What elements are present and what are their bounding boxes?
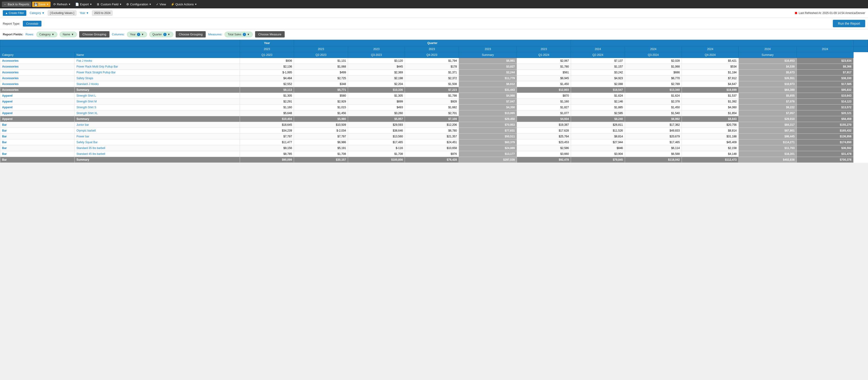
value-cell: $76,428 bbox=[405, 157, 459, 163]
back-button[interactable]: ← Back to Reports bbox=[2, 2, 31, 7]
value-cell: $686 bbox=[625, 70, 682, 75]
choose-measure-button[interactable]: Choose Measure bbox=[255, 31, 285, 37]
value-cell: $29,593 bbox=[348, 122, 405, 128]
category-cell: Bar bbox=[0, 139, 74, 145]
create-filter-button[interactable]: ▲ Create Filter bbox=[3, 10, 26, 16]
configuration-button[interactable]: ⚙ Configuration ▼ bbox=[124, 2, 153, 7]
value-cell: $4,988 bbox=[459, 93, 517, 99]
filter-bar: ▲ Create Filter Category ▼ [ Excluding V… bbox=[0, 8, 868, 18]
value-cell: $16,653 bbox=[739, 58, 797, 64]
custom-field-button[interactable]: 🗎 Custom Field ▼ bbox=[95, 2, 123, 7]
filter-icon: ▲ bbox=[5, 11, 8, 15]
value-cell: $1,305 bbox=[348, 93, 405, 99]
quarter-col-tag[interactable]: Quarter i ▼ bbox=[149, 32, 173, 37]
category-cell: Accessories bbox=[0, 58, 74, 64]
value-cell: $17,628 bbox=[517, 128, 571, 134]
value-cell: $7,917 bbox=[797, 70, 853, 75]
value-cell: $13,177 bbox=[459, 151, 517, 157]
create-filter-label: Create Filter bbox=[9, 11, 24, 15]
category-filter-button[interactable]: Category ▼ bbox=[28, 10, 46, 15]
back-label: Back to Reports bbox=[8, 3, 29, 6]
custom-field-icon: 🗎 bbox=[97, 3, 100, 6]
value-cell: $13,340 bbox=[625, 87, 682, 93]
value-cell: $18,301 bbox=[739, 151, 797, 157]
value-cell: $1,371 bbox=[405, 70, 459, 75]
table-row: ApparelSummary$10,404$5,980$5,957$7,109$… bbox=[0, 116, 868, 122]
name-cell: Strength Shirt XL bbox=[74, 110, 240, 116]
view-icon: ✓ bbox=[156, 3, 159, 6]
category-row-tag[interactable]: Category ▼ bbox=[36, 32, 58, 37]
value-cell: $4,647 bbox=[682, 81, 739, 87]
save-button[interactable]: 💾 Save ▼ bbox=[32, 2, 51, 7]
value-cell: $1,794 bbox=[405, 58, 459, 64]
report-type-bar: Report Type: Crosstab Run the Report bbox=[0, 18, 868, 29]
name-cell: Summary bbox=[74, 116, 240, 122]
refresh-button[interactable]: ⟳ Refresh ▼ bbox=[52, 2, 72, 7]
chevron-down-icon: ▼ bbox=[42, 11, 44, 15]
category-cell: Accessories bbox=[0, 87, 74, 93]
name-cell: Power Rack Multi Grip Pullup Bar bbox=[74, 64, 240, 70]
value-cell: $1,015 bbox=[294, 104, 348, 110]
refresh-label: Refresh bbox=[57, 3, 67, 6]
value-cell: $2,725 bbox=[294, 75, 348, 81]
chevron-down-icon: ▼ bbox=[194, 3, 197, 6]
value-cell: $27,944 bbox=[571, 139, 625, 145]
view-button[interactable]: ✓ View bbox=[154, 2, 168, 7]
table-row: BarSummary$90,099$30,157$100,856$76,428$… bbox=[0, 157, 868, 163]
value-cell: $10,404 bbox=[240, 116, 294, 122]
year-filter-button[interactable]: Year ▼ bbox=[78, 10, 90, 15]
q1-2023-label: Q1-2023 bbox=[240, 52, 294, 58]
value-cell: $493 bbox=[348, 104, 405, 110]
value-cell: $-1,995 bbox=[240, 70, 294, 75]
value-cell: $1,305 bbox=[240, 93, 294, 99]
blank-sub bbox=[0, 46, 240, 52]
value-cell: $6,770 bbox=[625, 75, 682, 81]
value-cell: $136,956 bbox=[797, 134, 853, 139]
year-col-tag[interactable]: Year i ▼ bbox=[127, 32, 147, 37]
choose-grouping-rows-label: Choose Grouping bbox=[83, 33, 106, 36]
total-sales-label: Total Sales bbox=[227, 33, 241, 36]
grand-total-header bbox=[853, 46, 868, 52]
choose-grouping-cols-button[interactable]: Choose Grouping bbox=[176, 31, 206, 37]
value-cell: $60,379 bbox=[459, 139, 517, 145]
value-cell: $4,148 bbox=[682, 151, 739, 157]
export-button[interactable]: 📄 Export ▼ bbox=[73, 2, 94, 7]
summary-2023-header: 2023 bbox=[517, 46, 571, 52]
run-report-button[interactable]: Run the Report bbox=[833, 20, 865, 27]
value-cell: $20,679 bbox=[625, 134, 682, 139]
value-cell: $1,068 bbox=[625, 64, 682, 70]
export-label: Export bbox=[80, 3, 89, 6]
value-cell: $17,465 bbox=[348, 139, 405, 145]
value-cell: $7,797 bbox=[294, 134, 348, 139]
choose-grouping-rows-button[interactable]: Choose Grouping bbox=[79, 31, 110, 37]
category-cell: Accessories bbox=[0, 81, 74, 87]
refresh-icon: ⟳ bbox=[53, 3, 56, 6]
chevron-down-icon: ▼ bbox=[52, 33, 54, 36]
summary-2023-label: Summary bbox=[459, 52, 517, 58]
value-cell: $1,131 bbox=[294, 58, 348, 64]
name-row-tag[interactable]: Name ▼ bbox=[60, 32, 77, 37]
name-cell: Flat J Hooks bbox=[74, 58, 240, 64]
quick-actions-button[interactable]: ⚡ Quick Actions ▼ bbox=[169, 2, 199, 7]
year-info-icon[interactable]: i bbox=[137, 33, 140, 36]
crosstab-button[interactable]: Crosstab bbox=[23, 21, 41, 27]
chevron-down-icon: ▼ bbox=[46, 3, 49, 6]
value-cell: $3,260 bbox=[348, 110, 405, 116]
total-sales-info-icon[interactable]: i bbox=[243, 33, 246, 36]
value-cell: $2,244 bbox=[459, 70, 517, 75]
refresh-status: Last Refreshed At: 2025-01-09 14:54 Amer… bbox=[795, 11, 865, 15]
value-cell: $976 bbox=[405, 151, 459, 157]
lightning-icon: ⚡ bbox=[171, 3, 175, 6]
value-cell: $165,432 bbox=[797, 128, 853, 134]
value-cell: $5,655 bbox=[739, 93, 797, 99]
q4-2023-label: Q4-2023 bbox=[405, 52, 459, 58]
total-sales-tag[interactable]: Total Sales i ▼ bbox=[224, 32, 253, 37]
report-type-label: Report Type: bbox=[3, 22, 20, 25]
value-cell: $2,586 bbox=[517, 145, 571, 151]
value-cell: $7,912 bbox=[682, 75, 739, 81]
value-cell: $36,592 bbox=[797, 145, 853, 151]
quarter-info-icon[interactable]: i bbox=[163, 33, 166, 36]
value-cell: $445 bbox=[348, 64, 405, 70]
rows-section-label: Rows: bbox=[25, 33, 34, 36]
q1-2023-header: 2023 bbox=[294, 46, 348, 52]
